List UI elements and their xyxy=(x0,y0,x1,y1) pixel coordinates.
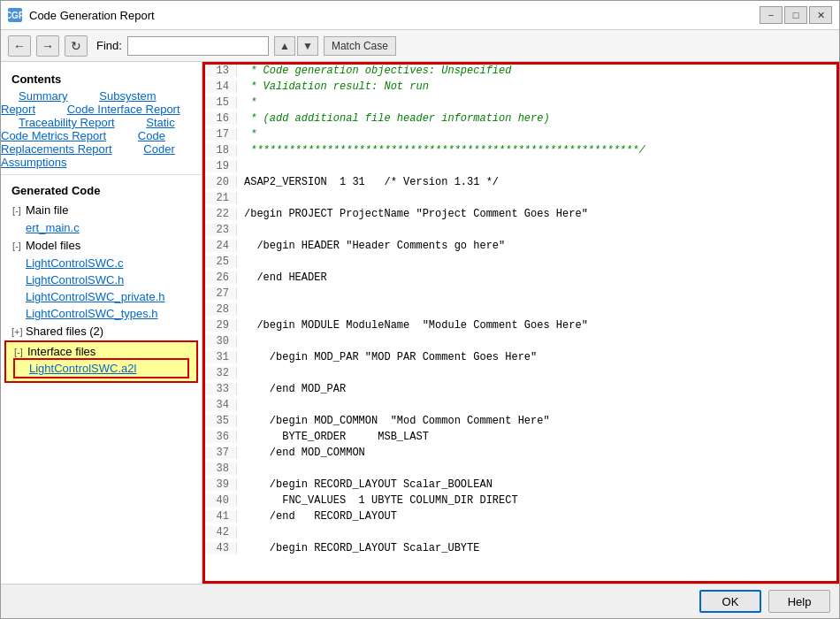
line-number: 18 xyxy=(205,144,237,157)
main-file-section: [-] Main file xyxy=(1,201,202,219)
code-line: 42 xyxy=(205,526,836,542)
shared-files-label: Shared files (2) xyxy=(26,325,103,338)
code-line: 43 /begin RECORD_LAYOUT Scalar_UBYTE xyxy=(205,542,836,558)
line-number: 36 xyxy=(205,431,237,443)
model-file-2[interactable]: LightControlSWC_private.h xyxy=(1,288,202,305)
line-number: 27 xyxy=(205,287,237,300)
code-area[interactable]: 13 * Code generation objectives: Unspeci… xyxy=(202,62,839,584)
back-button[interactable]: ← xyxy=(8,35,31,57)
code-line: 28 xyxy=(205,303,836,319)
refresh-button[interactable]: ↻ xyxy=(65,35,88,57)
line-code: ASAP2_VERSION 1 31 /* Version 1.31 */ xyxy=(237,176,499,188)
ok-button[interactable]: OK xyxy=(699,590,761,613)
main-window: CGR Code Generation Report − □ ✕ ← → ↻ F… xyxy=(0,0,840,619)
line-number: 32 xyxy=(205,367,237,379)
line-number: 41 xyxy=(205,510,237,523)
code-line: 17 * xyxy=(205,128,836,144)
shared-files-section: [+] Shared files (2) xyxy=(1,322,202,340)
code-line: 35 /begin MOD_COMMON "Mod Common Comment… xyxy=(205,415,836,431)
line-number: 29 xyxy=(205,319,237,332)
code-content: 13 * Code generation objectives: Unspeci… xyxy=(202,62,839,584)
line-number: 13 xyxy=(205,65,237,77)
line-code: /end MOD_PAR xyxy=(237,383,346,395)
line-number: 38 xyxy=(205,462,237,475)
line-number: 21 xyxy=(205,192,237,204)
code-line: 39 /begin RECORD_LAYOUT Scalar_BOOLEAN xyxy=(205,478,836,494)
code-line: 16 * (add additional file header informa… xyxy=(205,112,836,128)
sidebar: Contents Summary Subsystem Report Code I… xyxy=(1,62,202,584)
code-line: 38 xyxy=(205,462,836,478)
model-files-label: Model files xyxy=(26,239,80,252)
code-line: 27 xyxy=(205,287,836,303)
code-line: 31 /begin MOD_PAR "MOD PAR Comment Goes … xyxy=(205,351,836,367)
find-navigation: ▲ ▼ xyxy=(274,36,318,56)
line-code: /end MOD_COMMON xyxy=(237,447,365,459)
code-line: 33 /end MOD_PAR xyxy=(205,383,836,399)
code-line: 23 xyxy=(205,224,836,240)
code-line: 15 * xyxy=(205,96,836,112)
interface-file-link[interactable]: LightControlSWC.a2l xyxy=(13,358,189,378)
ert-main-link[interactable]: ert_main.c xyxy=(1,219,202,236)
main-content: Contents Summary Subsystem Report Code I… xyxy=(1,62,839,584)
code-line: 24 /begin HEADER "Header Comments go her… xyxy=(205,240,836,256)
find-input[interactable] xyxy=(127,36,269,56)
interface-files-label: Interface files xyxy=(27,345,95,358)
code-line: 40 FNC_VALUES 1 UBYTE COLUMN_DIR DIRECT xyxy=(205,494,836,510)
code-line: 19 xyxy=(205,160,836,176)
code-line: 18 *************************************… xyxy=(205,144,836,160)
close-button[interactable]: ✕ xyxy=(809,6,832,24)
find-prev-button[interactable]: ▲ xyxy=(274,36,295,56)
bottom-bar: OK Help xyxy=(1,584,839,618)
minimize-button[interactable]: − xyxy=(760,6,783,24)
find-next-button[interactable]: ▼ xyxy=(297,36,318,56)
model-files-toggle[interactable]: [-] xyxy=(11,241,22,251)
line-number: 34 xyxy=(205,399,237,411)
line-number: 37 xyxy=(205,447,237,459)
help-button[interactable]: Help xyxy=(768,590,830,613)
line-code: * Code generation objectives: Unspecifie… xyxy=(237,65,511,77)
model-files-section: [-] Model files xyxy=(1,236,202,255)
code-line: 14 * Validation result: Not run xyxy=(205,80,836,96)
line-number: 17 xyxy=(205,128,237,141)
line-code: ****************************************… xyxy=(237,144,645,157)
interface-files-toggle[interactable]: [-] xyxy=(13,347,24,357)
code-line: 36 BYTE_ORDER MSB_LAST xyxy=(205,431,836,447)
code-line: 41 /end RECORD_LAYOUT xyxy=(205,510,836,526)
line-number: 22 xyxy=(205,208,237,220)
forward-button[interactable]: → xyxy=(36,35,59,57)
line-code: /begin MODULE ModuleName "Module Comment… xyxy=(237,319,588,332)
window-controls: − □ ✕ xyxy=(760,6,832,24)
line-number: 35 xyxy=(205,415,237,427)
line-number: 42 xyxy=(205,526,237,539)
model-file-1[interactable]: LightControlSWC.h xyxy=(1,271,202,288)
shared-files-toggle[interactable]: [+] xyxy=(11,326,22,337)
window-title: Code Generation Report xyxy=(29,9,752,22)
line-number: 14 xyxy=(205,80,237,93)
line-code: * Validation result: Not run xyxy=(237,80,429,93)
line-number: 31 xyxy=(205,351,237,363)
line-number: 33 xyxy=(205,383,237,395)
code-line: 30 xyxy=(205,335,836,351)
match-case-button[interactable]: Match Case xyxy=(324,36,396,56)
line-code: * xyxy=(237,128,256,141)
maximize-button[interactable]: □ xyxy=(784,6,807,24)
line-code: /end RECORD_LAYOUT xyxy=(237,510,397,523)
line-code: /begin RECORD_LAYOUT Scalar_UBYTE xyxy=(237,542,479,554)
line-code: /end HEADER xyxy=(237,271,327,284)
line-number: 16 xyxy=(205,112,237,125)
code-line: 32 xyxy=(205,367,836,383)
model-file-3[interactable]: LightControlSWC_types.h xyxy=(1,305,202,322)
main-file-toggle[interactable]: [-] xyxy=(11,205,22,216)
generated-code-heading: Generated Code xyxy=(1,180,202,201)
interface-files-container: [-] Interface files LightControlSWC.a2l xyxy=(4,340,198,383)
line-number: 43 xyxy=(205,542,237,554)
code-line: 29 /begin MODULE ModuleName "Module Comm… xyxy=(205,319,836,335)
line-number: 30 xyxy=(205,335,237,348)
line-code: * (add additional file header informatio… xyxy=(237,112,550,125)
model-file-0[interactable]: LightControlSWC.c xyxy=(1,255,202,271)
code-line: 34 xyxy=(205,399,836,415)
line-code: /begin HEADER "Header Comments go here" xyxy=(237,240,505,252)
sidebar-divider-1 xyxy=(1,174,202,175)
line-code: * xyxy=(237,96,256,109)
code-line: 21 xyxy=(205,192,836,208)
